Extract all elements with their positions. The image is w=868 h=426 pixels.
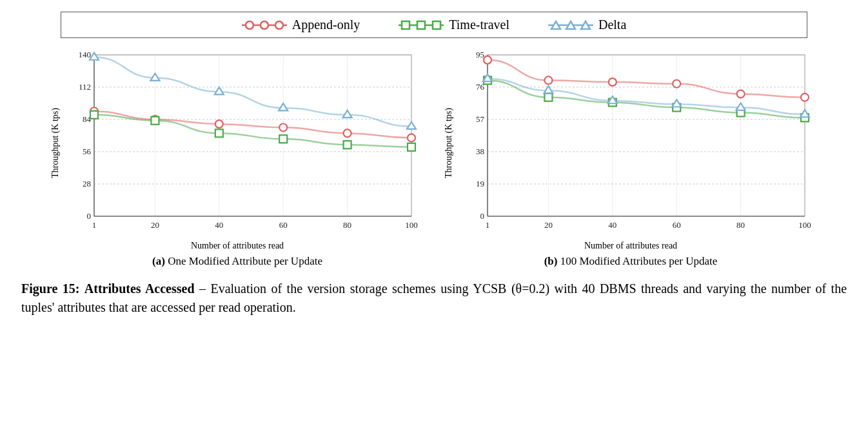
legend-label-append-only: Append-only xyxy=(292,17,360,32)
svg-text:0: 0 xyxy=(480,211,485,221)
svg-marker-11 xyxy=(581,21,590,29)
chart-b-y-label: Throughput (K tps) xyxy=(444,48,454,238)
svg-text:100: 100 xyxy=(798,220,811,230)
svg-point-43 xyxy=(408,134,415,142)
svg-text:60: 60 xyxy=(673,220,681,230)
svg-rect-6 xyxy=(417,21,425,29)
svg-text:56: 56 xyxy=(83,147,92,156)
chart-b-caption-bold: (b) xyxy=(544,255,558,267)
chart-b-x-label: Number of attributes read xyxy=(584,241,677,251)
svg-rect-5 xyxy=(402,21,409,29)
figure-caption-bold: Attributes Accessed xyxy=(84,281,195,296)
svg-rect-45 xyxy=(151,117,159,125)
svg-text:28: 28 xyxy=(83,179,91,188)
svg-text:20: 20 xyxy=(151,220,159,230)
svg-point-82 xyxy=(484,56,491,64)
chart-a-x-label: Number of attributes read xyxy=(191,241,284,251)
legend-line-append-only xyxy=(242,19,287,31)
legend-item-append-only: Append-only xyxy=(242,17,360,32)
svg-text:112: 112 xyxy=(79,82,91,92)
svg-point-2 xyxy=(261,21,268,29)
svg-text:100: 100 xyxy=(405,220,418,230)
svg-text:60: 60 xyxy=(279,220,288,230)
legend-item-delta: Delta xyxy=(548,17,626,32)
svg-point-42 xyxy=(344,129,351,137)
svg-rect-47 xyxy=(279,135,287,143)
chart-b-container: Throughput (K tps) 019385776951204060801… xyxy=(444,48,818,268)
charts-row: Throughput (K tps) 028568411214012040608… xyxy=(19,48,849,268)
svg-marker-9 xyxy=(551,21,560,29)
svg-point-41 xyxy=(279,124,287,132)
chart-b-svg: 01938577695120406080100 xyxy=(457,48,818,236)
svg-text:19: 19 xyxy=(476,179,484,188)
legend-line-time-travel xyxy=(399,19,444,31)
chart-a-caption-text: One Modified Attribute per Update xyxy=(165,255,322,267)
legend: Append-only Time-travel Delta xyxy=(61,12,807,38)
chart-a-wrap: Throughput (K tps) 028568411214012040608… xyxy=(50,48,424,238)
svg-rect-89 xyxy=(544,94,552,101)
svg-rect-7 xyxy=(433,21,440,29)
svg-text:0: 0 xyxy=(87,211,92,221)
legend-label-delta: Delta xyxy=(598,17,626,32)
svg-point-40 xyxy=(215,120,223,128)
legend-item-time-travel: Time-travel xyxy=(399,17,509,32)
svg-point-87 xyxy=(801,94,809,101)
svg-text:1: 1 xyxy=(92,220,97,230)
svg-rect-44 xyxy=(90,111,98,119)
legend-label-time-travel: Time-travel xyxy=(449,17,509,32)
svg-text:40: 40 xyxy=(608,220,616,230)
svg-rect-46 xyxy=(215,129,223,137)
svg-text:38: 38 xyxy=(476,147,484,156)
svg-rect-49 xyxy=(408,143,415,151)
figure-caption: Figure 15: Attributes Accessed – Evaluat… xyxy=(21,279,847,317)
chart-a-caption-bold: (a) xyxy=(152,255,165,267)
figure-label: Figure 15: xyxy=(21,281,79,296)
svg-text:80: 80 xyxy=(343,220,351,230)
chart-b-caption: (b) 100 Modified Attributes per Update xyxy=(544,255,718,268)
chart-a-area: 0285684112140120406080100 xyxy=(63,48,424,238)
svg-point-3 xyxy=(275,21,283,29)
svg-text:80: 80 xyxy=(736,220,745,230)
svg-point-1 xyxy=(246,21,253,29)
svg-point-84 xyxy=(609,78,616,86)
svg-text:1: 1 xyxy=(486,220,490,230)
chart-a-y-label: Throughput (K tps) xyxy=(50,48,61,238)
svg-point-83 xyxy=(544,76,552,84)
chart-a-svg: 0285684112140120406080100 xyxy=(63,48,424,236)
chart-b-area: 01938577695120406080100 xyxy=(457,48,818,238)
svg-rect-48 xyxy=(344,141,351,148)
chart-b-wrap: Throughput (K tps) 019385776951204060801… xyxy=(444,48,818,238)
svg-text:40: 40 xyxy=(215,220,223,230)
svg-rect-12 xyxy=(94,55,411,216)
svg-text:140: 140 xyxy=(79,50,92,59)
chart-b-caption-text: 100 Modified Attributes per Update xyxy=(557,255,717,267)
chart-a-caption: (a) One Modified Attribute per Update xyxy=(152,255,322,268)
svg-text:95: 95 xyxy=(476,50,484,59)
svg-point-85 xyxy=(673,80,680,88)
svg-text:20: 20 xyxy=(544,220,553,230)
svg-text:57: 57 xyxy=(476,114,485,124)
svg-point-86 xyxy=(737,90,745,98)
chart-a-container: Throughput (K tps) 028568411214012040608… xyxy=(50,48,424,268)
legend-line-delta xyxy=(548,19,593,31)
svg-marker-10 xyxy=(566,21,575,29)
